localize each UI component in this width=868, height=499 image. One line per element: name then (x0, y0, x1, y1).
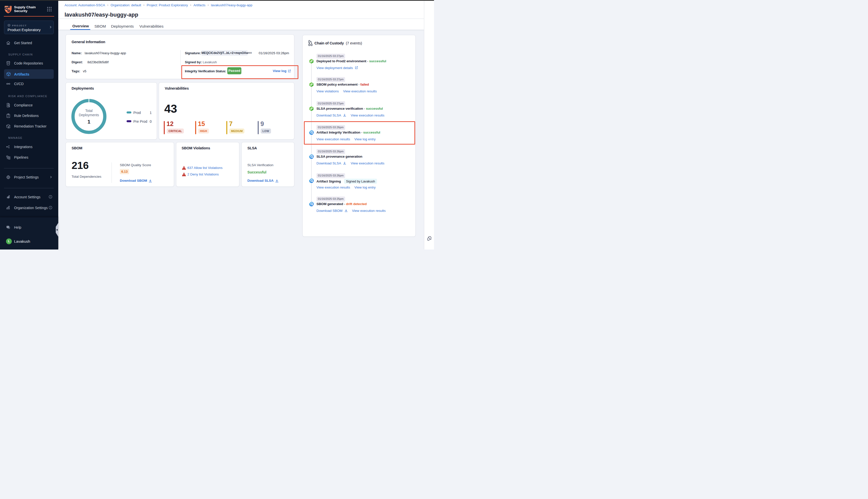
svg-text:?: ? (7, 226, 8, 228)
